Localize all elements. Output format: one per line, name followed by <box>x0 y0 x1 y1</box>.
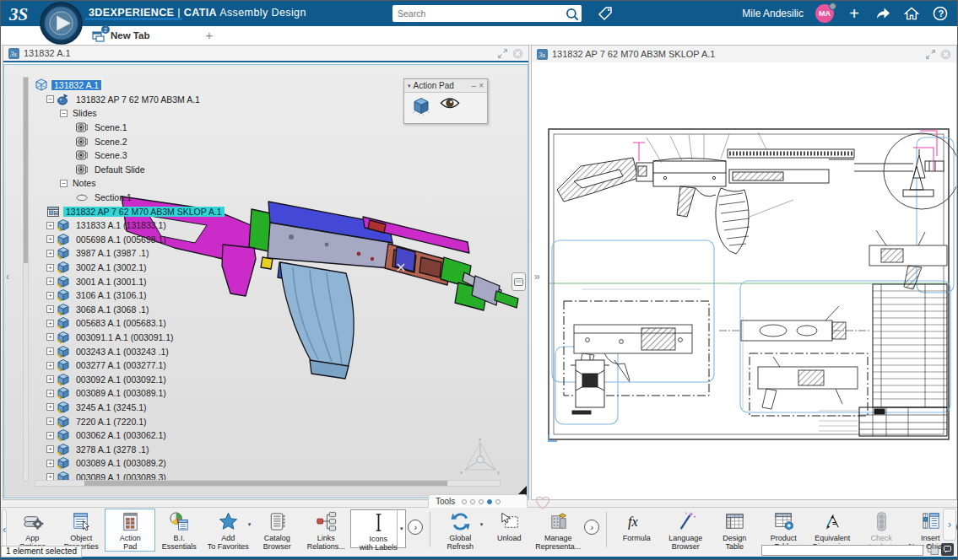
tree-row[interactable]: +003277 A.1 (003277.1) <box>30 358 308 373</box>
catalog-browser-button[interactable]: CatalogBrowser <box>252 509 301 551</box>
expand-node-icon[interactable]: + <box>46 250 54 257</box>
tree-node-label[interactable]: 003089 A.1 (003089.2) <box>73 458 169 468</box>
help-icon[interactable]: ? <box>932 5 949 22</box>
tree-row[interactable]: Default Slide <box>30 163 308 177</box>
expand-node-icon[interactable]: + <box>46 445 54 453</box>
links-relations-button[interactable]: LinksRelations... <box>301 509 350 551</box>
action-pad-dropdown-icon[interactable]: ▾ <box>408 83 411 89</box>
3d-viewport[interactable]: 131832 A.1−131832 AP 7 62 M70 AB3M A.1−S… <box>3 64 528 498</box>
unload-button[interactable]: Unload <box>484 509 533 542</box>
tree-node-label[interactable]: 7220 A.1 (7220.1) <box>73 417 149 427</box>
tree-node-label[interactable]: 003062 A.1 (003062.1) <box>73 430 169 440</box>
tree-row[interactable]: Scene.1 <box>30 121 308 135</box>
expand-node-icon[interactable]: + <box>46 362 54 369</box>
eye-icon[interactable] <box>440 96 460 115</box>
right-panel-header[interactable]: 3s 131832 AP 7 62 M70 AB3M SKLOP A.1 <box>532 46 956 62</box>
action-bar-collapse-button[interactable]: ‹ <box>2 509 7 548</box>
expand-node-icon[interactable]: + <box>46 375 54 383</box>
tree-row[interactable]: Section.1 <box>30 191 308 205</box>
tree-row[interactable]: +3002 A.1 (3002.1) <box>30 261 308 275</box>
design-table-button[interactable]: DesignTable <box>710 509 759 551</box>
expand-node-icon[interactable]: + <box>46 305 54 313</box>
action-bar-more-button[interactable]: › <box>943 509 956 541</box>
close-icon[interactable] <box>512 48 523 59</box>
tree-row[interactable]: +3106 A.1 (3106.1) <box>30 288 308 303</box>
formula-button[interactable]: fxFormula <box>612 509 661 542</box>
tab-new-tab[interactable]: 2 New Tab <box>85 26 156 45</box>
tree-row[interactable]: +3068 A.1 (3068 .1) <box>30 303 308 317</box>
left-panel-header[interactable]: 3s 131832 A.1 <box>3 46 528 62</box>
add-icon[interactable]: + <box>846 5 863 22</box>
tree-node-label[interactable]: 005683 A.1 (005683.1) <box>73 318 169 328</box>
tree-vertical-scrollbar[interactable] <box>23 77 29 482</box>
window-layout-icon[interactable] <box>928 545 939 555</box>
viewport-side-button[interactable] <box>511 272 526 291</box>
action-pad-button[interactable]: ActionPad <box>106 509 154 551</box>
tree-node-label[interactable]: 003092 A.1 (003092.1) <box>73 374 169 385</box>
tree-row[interactable]: +003243 A.1 (003243 .1) <box>30 344 308 358</box>
tools-page-dot[interactable] <box>470 499 475 504</box>
expand-node-icon[interactable]: + <box>46 292 54 299</box>
expand-node-icon[interactable]: + <box>46 320 54 327</box>
toolbar-section-expand-button[interactable]: › <box>584 520 599 535</box>
expand-node-icon[interactable]: + <box>46 347 54 355</box>
expand-node-icon[interactable]: + <box>46 460 54 467</box>
add-to-favorites-button[interactable]: ▾AddTo Favorites <box>203 509 252 551</box>
tree-vscroll-thumb[interactable] <box>24 78 28 263</box>
collapse-node-icon[interactable]: − <box>60 180 68 187</box>
tree-node-label[interactable]: 131832 AP 7 62 M70 AB3M A.1 <box>73 94 203 105</box>
object-properties-button[interactable]: ObjectProperties <box>57 509 106 551</box>
expand-node-icon[interactable]: + <box>46 403 54 411</box>
icons-with-labels-dropdown-strip[interactable]: ▾ <box>397 510 405 547</box>
tree-row[interactable]: +131833 A.1 (131833.1) <box>30 218 308 233</box>
tree-node-label[interactable]: 3987 A.1 (3987 .1) <box>73 248 151 258</box>
tree-row[interactable]: +3245 A.1 (3245.1) <box>30 401 308 415</box>
tools-page-dot[interactable] <box>479 499 484 504</box>
tree-row[interactable]: +003062 A.1 (003062.1) <box>30 428 308 443</box>
notifications-icon[interactable] <box>941 543 954 556</box>
expand-node-icon[interactable]: + <box>46 264 54 272</box>
tree-row[interactable]: −Notes <box>30 176 308 191</box>
left-panel-collapse-chevron[interactable]: ‹ <box>6 271 9 283</box>
tree-node-label[interactable]: 131832 AP 7 62 M70 AB3M SKLOP A.1 <box>63 207 225 217</box>
tree-row[interactable]: +003089 A.1 (003089.2) <box>30 456 308 471</box>
search-icon[interactable] <box>565 7 580 20</box>
action-pad-panel[interactable]: ▾ Action Pad – × <box>403 78 488 124</box>
tree-node-label[interactable]: Slides <box>70 108 100 118</box>
tools-page-dot[interactable] <box>462 499 467 504</box>
global-refresh-button[interactable]: ▾GlobalRefresh <box>436 509 484 551</box>
expand-node-icon[interactable]: + <box>46 222 54 229</box>
action-pad-titlebar[interactable]: ▾ Action Pad – × <box>404 79 487 93</box>
tree-row[interactable]: Scene.3 <box>30 148 308 163</box>
tree-row[interactable]: +003092 A.1 (003092.1) <box>30 372 308 386</box>
tree-node-label[interactable]: 3278 A.1 (3278 .1) <box>73 444 151 455</box>
tree-row[interactable]: +3001 A.1 (3001.1) <box>30 274 308 288</box>
tree-node-label[interactable]: 003089 A.1 (003089.1) <box>73 388 169 398</box>
tree-node-label[interactable]: 3002 A.1 (3002.1) <box>73 262 149 272</box>
collapse-node-icon[interactable]: − <box>46 95 54 103</box>
tree-node-label[interactable]: 3001 A.1 (3001.1) <box>73 277 149 287</box>
tree-node-label[interactable]: 005698 A.1 (005698.1) <box>73 234 169 245</box>
bi-essentials-button[interactable]: B.I.Essentials <box>154 509 203 551</box>
tree-row[interactable]: +7220 A.1 (7220.1) <box>30 414 308 428</box>
expand-node-icon[interactable]: + <box>46 333 54 341</box>
tree-node-label[interactable]: 003091.1 A.1 (003091.1) <box>73 332 176 342</box>
cube-icon[interactable] <box>411 96 431 115</box>
action-pad-close-icon[interactable]: × <box>479 81 484 90</box>
tree-node-label[interactable]: 131832 A.1 <box>51 80 101 90</box>
search-box[interactable] <box>392 5 582 22</box>
expand-node-icon[interactable]: + <box>46 390 54 397</box>
tree-node-label[interactable]: 3106 A.1 (3106.1) <box>73 290 149 300</box>
tree-hscroll-thumb[interactable] <box>84 481 447 486</box>
tree-node-label[interactable]: 3068 A.1 (3068 .1) <box>73 304 151 315</box>
tree-node-label[interactable]: Default Slide <box>92 164 148 175</box>
global-refresh-dropdown-caret[interactable]: ▾ <box>480 521 484 528</box>
tree-node-label[interactable]: 131833 A.1 (131833.1) <box>73 220 169 230</box>
new-tab-button[interactable]: + <box>202 28 217 43</box>
expand-node-icon[interactable]: + <box>46 417 54 425</box>
tree-node-label[interactable]: Notes <box>70 178 98 188</box>
expand-node-icon[interactable]: + <box>46 235 54 243</box>
language-browser-button[interactable]: LanguageBrowser <box>661 509 710 551</box>
tools-page-dots[interactable] <box>462 499 501 504</box>
add-to-favorites-dropdown-caret[interactable]: ▾ <box>248 521 252 528</box>
